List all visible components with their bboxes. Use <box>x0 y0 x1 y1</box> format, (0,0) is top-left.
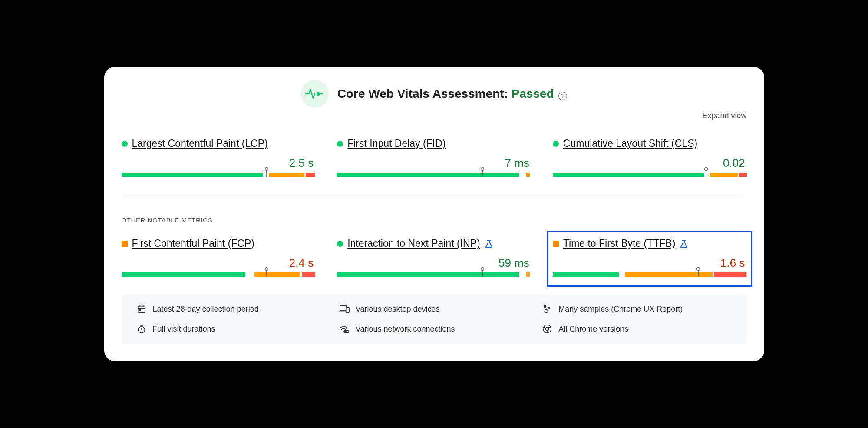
metric-cls[interactable]: Cumulative Layout Shift (CLS) 0.02 <box>553 138 747 177</box>
footer-text: Latest 28-day collection period <box>153 305 259 314</box>
calendar-icon <box>136 304 147 314</box>
svg-rect-21 <box>340 306 347 311</box>
svg-point-6 <box>704 168 707 171</box>
help-icon[interactable]: ? <box>558 92 567 100</box>
footer-chrome: All Chrome versions <box>542 324 732 334</box>
scatter-icon <box>542 304 552 314</box>
other-metrics-label: OTHER NOTABLE METRICS <box>122 216 747 224</box>
footer-network: Various network connections <box>339 324 529 334</box>
metric-value: 2.5 s <box>122 156 316 170</box>
metric-name-link[interactable]: Cumulative Layout Shift (CLS) <box>563 138 697 149</box>
distribution-bar <box>553 272 747 277</box>
network-check-icon <box>339 324 350 334</box>
footer-text: Full visit durations <box>153 325 215 334</box>
distribution-bar <box>337 272 531 277</box>
status-dot-icon <box>122 141 128 147</box>
title-prefix: Core Web Vitals Assessment: <box>337 87 512 100</box>
title-status: Passed <box>512 87 554 100</box>
svg-point-25 <box>548 307 550 309</box>
vitals-card: Core Web Vitals Assessment: Passed ? Exp… <box>104 67 764 361</box>
distribution-bar <box>337 173 531 177</box>
metric-lcp[interactable]: Largest Contentful Paint (LCP) 2.5 s <box>122 138 316 177</box>
svg-point-24 <box>544 305 546 308</box>
metric-name-link[interactable]: First Contentful Paint (FCP) <box>132 238 254 249</box>
svg-point-8 <box>265 268 268 271</box>
svg-rect-20 <box>139 309 141 311</box>
assessment-header: Core Web Vitals Assessment: Passed ? <box>122 80 747 108</box>
experimental-flask-icon <box>485 239 493 248</box>
footer-text: Various desktop devices <box>356 305 440 314</box>
metrics-grid: Largest Contentful Paint (LCP) 2.5 s Fir… <box>122 138 747 277</box>
svg-point-11 <box>481 268 484 271</box>
distribution-bar <box>122 173 316 177</box>
expand-view-link[interactable]: Expand view <box>122 111 747 120</box>
metric-fid[interactable]: First Input Delay (FID) 7 ms <box>337 138 531 177</box>
status-square-icon <box>553 241 559 247</box>
status-dot-icon <box>337 141 343 147</box>
experimental-flask-icon <box>680 239 688 248</box>
svg-point-31 <box>343 331 344 332</box>
footer-text: All Chrome versions <box>558 325 628 334</box>
distribution-bar <box>553 173 747 177</box>
metric-name-link[interactable]: First Input Delay (FID) <box>347 138 446 149</box>
metric-fcp[interactable]: First Contentful Paint (FCP) 2.4 s <box>122 238 316 277</box>
stopwatch-icon <box>136 324 147 334</box>
metric-value: 7 ms <box>337 156 531 170</box>
metric-value: 2.4 s <box>122 256 316 270</box>
svg-rect-33 <box>344 331 347 333</box>
metric-name-link[interactable]: Interaction to Next Paint (INP) <box>347 238 480 249</box>
chrome-icon <box>542 324 552 334</box>
assessment-title: Core Web Vitals Assessment: Passed ? <box>337 87 568 101</box>
distribution-bar <box>122 272 316 277</box>
metric-value: 0.02 <box>553 156 747 170</box>
footer-samples: Many samples (Chrome UX Report) <box>542 304 732 314</box>
footer-devices: Various desktop devices <box>339 304 529 314</box>
status-dot-icon <box>337 241 343 247</box>
svg-point-2 <box>265 168 268 171</box>
divider <box>122 196 747 196</box>
metric-ttfb[interactable]: Time to First Byte (TTFB) 1.6 s <box>553 238 747 277</box>
metric-value: 1.6 s <box>553 256 747 270</box>
svg-point-14 <box>696 268 700 271</box>
footer-metadata: Latest 28-day collection period Various … <box>122 294 747 344</box>
footer-durations: Full visit durations <box>136 324 326 334</box>
devices-icon <box>339 304 350 314</box>
svg-rect-16 <box>138 306 145 313</box>
metric-name-link[interactable]: Time to First Byte (TTFB) <box>563 238 676 249</box>
svg-point-26 <box>545 309 548 312</box>
pulse-icon <box>301 80 329 108</box>
svg-point-0 <box>317 92 320 96</box>
metric-name-link[interactable]: Largest Contentful Paint (LCP) <box>132 138 268 149</box>
metric-inp[interactable]: Interaction to Next Paint (INP) 59 ms <box>337 238 531 277</box>
metric-value: 59 ms <box>337 256 531 270</box>
chrome-ux-report-link[interactable]: Chrome UX Report <box>614 305 680 313</box>
svg-point-27 <box>138 327 145 333</box>
status-dot-icon <box>553 141 559 147</box>
footer-collection: Latest 28-day collection period <box>136 304 326 314</box>
status-square-icon <box>122 241 128 247</box>
svg-rect-23 <box>346 307 349 312</box>
footer-text: Many samples (Chrome UX Report) <box>558 305 683 314</box>
footer-text: Various network connections <box>356 325 455 334</box>
svg-point-4 <box>481 168 484 171</box>
